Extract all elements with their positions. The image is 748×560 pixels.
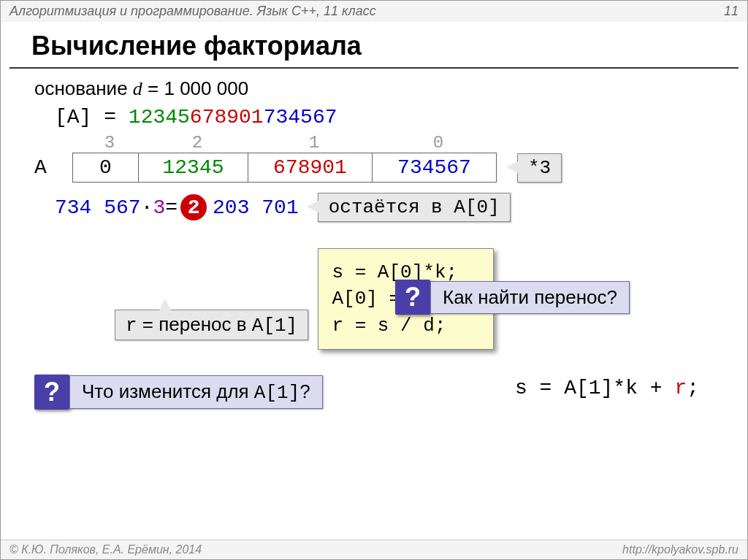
content-area: основание d = 1 000 000 [A] = 1234567890… [1,69,747,418]
footer-url: http://kpolyakov.spb.ru [622,543,739,556]
multiply-callout: *3 [517,153,562,183]
question-2: Что изменится для A[1]? [69,375,323,409]
cell-2: 12345 [139,153,248,183]
question-icon: ? [395,280,430,315]
carry-digit: 2 [180,194,207,220]
slide-footer: © К.Ю. Поляков, Е.А. Ерёмин, 2014 http:/… [1,540,747,559]
bottom-row: ? Что изменится для A[1]? s = A[1]*k + r… [34,366,714,410]
answer-code: s = A[1]*k + r; [515,377,699,399]
question-icon: ? [34,375,69,410]
question-2-row: ? Что изменится для A[1]? [34,375,323,410]
question-1-row: ? Как найти перенос? [395,280,630,315]
header-text: Алгоритмизация и программирование. Язык … [9,4,376,19]
array-label: A [34,156,72,179]
array-row: A 0 12345 678901 734567 *3 [34,153,714,183]
remainder-callout: остаётся в A[0] [318,193,511,222]
question-1: Как найти перенос? [430,281,630,314]
var-d: d [133,78,142,99]
cell-3: 0 [73,153,139,183]
cell-0: 734567 [373,153,497,183]
cell-1: 678901 [248,153,373,183]
carry-callout: r = перенос в A[1] [115,310,308,340]
array-table: 0 12345 678901 734567 [72,153,497,183]
page-number: 11 [724,4,739,19]
equation-row: 734 567·3 = 2 203 701 остаётся в A[0] [55,193,714,222]
footer-copyright: © К.Ю. Поляков, Е.А. Ерёмин, 2014 [9,543,202,556]
code-line-3: r = s / d; [332,312,480,339]
slide-title: Вычисление факториала [9,22,739,69]
index-row: 3 2 1 0 [77,133,714,153]
base-line: основание d = 1 000 000 [34,77,714,100]
slide-header: Алгоритмизация и программирование. Язык … [1,1,747,22]
array-value-line: [A] = 12345678901734567 [55,106,714,129]
